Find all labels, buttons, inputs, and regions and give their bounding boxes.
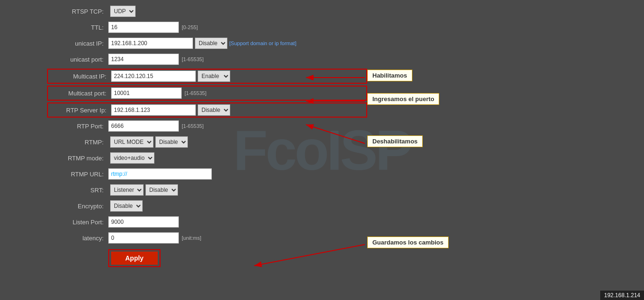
ttl-row: TTL: [0-255]: [47, 21, 367, 34]
unicast-ip-select[interactable]: Disable Enable: [195, 38, 227, 49]
multicast-ip-row: Multicast IP: Enable Disable: [47, 69, 367, 84]
rtsp-tcp-label: RTSP TCP:: [47, 8, 108, 15]
multicast-ip-input[interactable]: [111, 71, 196, 82]
srt-select2[interactable]: Disable Enable: [145, 184, 178, 196]
listen-port-label: Listen Port:: [47, 219, 108, 226]
ip-badge: 192.168.1.214: [600, 291, 644, 300]
annotation-habilitamos: Habilitamos: [367, 70, 412, 81]
main-container: RTSP TCP: UDP TCP TTL: [0-255] unicast I…: [0, 0, 644, 300]
annotation-deshabilitamos: Deshabilitamos: [367, 135, 423, 147]
encrypto-row: Encrypto: Disable Enable: [47, 199, 367, 213]
multicast-port-hint: [1-65535]: [185, 90, 206, 96]
unicast-port-input[interactable]: [108, 54, 179, 65]
apply-area: Apply: [108, 249, 161, 267]
rtmp-mode-label: RTMP mode:: [47, 155, 108, 162]
annotation-guardamos: Guardamos los cambios: [367, 237, 449, 248]
srt-label: SRT:: [47, 187, 108, 194]
rtp-port-row: RTP Port: [1-65535]: [47, 119, 367, 133]
rtmp-select1[interactable]: URL MODE: [110, 136, 153, 148]
rtmp-row: RTMP: URL MODE Disable Enable: [47, 135, 367, 149]
form-table: RTSP TCP: UDP TCP TTL: [0-255] unicast I…: [47, 5, 367, 267]
rtmp-url-row: RTMP URL:: [47, 167, 367, 181]
rtmp-label: RTMP:: [47, 139, 108, 146]
rtmp-mode-row: RTMP mode: video+audio video audio: [47, 151, 367, 165]
multicast-port-input[interactable]: [111, 87, 182, 99]
unicast-ip-label: unicast IP:: [47, 40, 108, 47]
rtp-server-ip-input[interactable]: [111, 104, 196, 116]
multicast-ip-select[interactable]: Enable Disable: [198, 71, 230, 82]
unicast-port-hint: [1-65535]: [182, 56, 203, 62]
latency-label: latency:: [47, 235, 108, 242]
latency-input[interactable]: [108, 232, 179, 244]
srt-row: SRT: Listener Caller Disable Enable: [47, 183, 367, 197]
apply-button[interactable]: Apply: [111, 252, 158, 265]
ttl-hint: [0-255]: [182, 24, 198, 30]
latency-row: latency: [unit:ms]: [47, 231, 367, 245]
srt-select1[interactable]: Listener Caller: [110, 184, 144, 196]
encrypto-label: Encrypto:: [47, 203, 108, 210]
rtp-port-hint: [1-65535]: [182, 123, 203, 129]
rtsp-tcp-row: RTSP TCP: UDP TCP: [47, 5, 367, 18]
annotation-ingresamos: Ingresamos el puerto: [367, 93, 439, 105]
unicast-port-label: unicast port:: [47, 56, 108, 63]
rtp-server-ip-select[interactable]: Disable Enable: [198, 104, 230, 116]
rtsp-tcp-select[interactable]: UDP TCP: [110, 6, 136, 17]
listen-port-input[interactable]: [108, 216, 179, 228]
unicast-ip-input[interactable]: [108, 38, 193, 49]
listen-port-row: Listen Port:: [47, 215, 367, 229]
rtp-port-input[interactable]: [108, 120, 179, 132]
unicast-ip-row: unicast IP: Disable Enable [Support doma…: [47, 37, 367, 50]
rtp-server-ip-label: RTP Server Ip:: [50, 107, 111, 114]
multicast-port-label: Multicast port:: [50, 90, 111, 97]
rtmp-url-label: RTMP URL:: [47, 171, 108, 178]
unicast-ip-hint: [Support domain or ip format]: [229, 40, 296, 46]
multicast-ip-label: Multicast IP:: [50, 73, 111, 80]
rtp-server-ip-row: RTP Server Ip: Disable Enable: [47, 103, 367, 118]
unicast-port-row: unicast port: [1-65535]: [47, 53, 367, 66]
apply-row: Apply: [47, 247, 367, 267]
rtmp-url-input[interactable]: [108, 168, 212, 180]
ttl-label: TTL:: [47, 24, 108, 31]
multicast-port-row: Multicast port: [1-65535]: [47, 86, 367, 101]
encrypto-select[interactable]: Disable Enable: [110, 200, 143, 212]
rtmp-select2[interactable]: Disable Enable: [155, 136, 188, 148]
rtmp-mode-select[interactable]: video+audio video audio: [110, 152, 154, 164]
ttl-input[interactable]: [108, 22, 179, 33]
latency-hint: [unit:ms]: [182, 235, 201, 241]
rtp-port-label: RTP Port:: [47, 123, 108, 130]
